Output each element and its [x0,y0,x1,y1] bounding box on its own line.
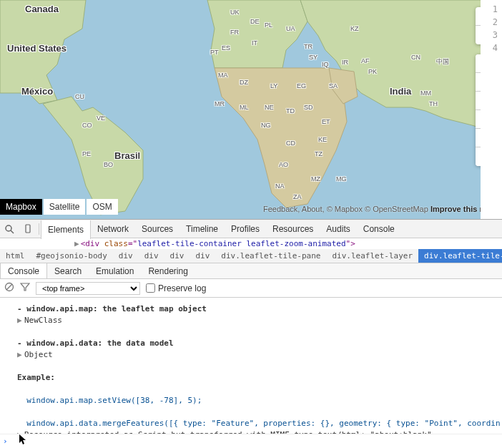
console-output[interactable]: - window.api.map: the leaflet map object… [0,298,502,434]
tab-console[interactable]: Console [357,220,401,238]
tab-audits[interactable]: Audits [320,220,356,238]
feedback-link[interactable]: Feedback [263,205,297,213]
tab-elements[interactable]: Elements [41,220,91,239]
tab-timeline[interactable]: Timeline [179,220,225,238]
crumb[interactable]: div [190,251,215,260]
crumb[interactable]: div [139,251,164,260]
preserve-log-label[interactable]: Preserve log [146,283,206,293]
crumb-selected[interactable]: div.leaflet-tile-container.leaflet-zoom-… [418,249,502,263]
tab-network[interactable]: Network [91,220,135,238]
crumb[interactable]: html [0,251,31,260]
tab-profiles[interactable]: Profiles [225,220,266,238]
elements-dom-line[interactable]: ▶ <div class="leaflet-tile-container lea… [0,238,502,249]
line-number: 1 [485,3,498,16]
line-number: 2 [485,16,498,29]
console-prompt[interactable]: › [0,434,502,448]
device-icon [23,224,33,234]
crumb[interactable]: div [164,251,190,260]
frame-select[interactable]: <top frame> [36,282,140,295]
editor-gutter: 1 2 3 4 [481,0,502,219]
map-attribution: Feedback, About, © Mapbox © OpenStreetMa… [263,205,496,213]
tab-sources[interactable]: Sources [135,220,179,238]
layer-satellite-button[interactable]: Satellite [44,199,86,215]
crumb[interactable]: #geojsonio-body [31,251,113,260]
layer-switcher: Mapbox Satellite OSM [0,199,119,215]
drawer-tab-emulation[interactable]: Emulation [89,263,141,278]
mapbox-copyright: © Mapbox [327,205,363,213]
drawer-tabbar: Console Search Emulation Rendering [0,263,502,279]
devtools-tabbar: Elements Network Sources Timeline Profil… [0,220,502,238]
preserve-log-checkbox[interactable] [146,283,155,293]
tab-resources[interactable]: Resources [266,220,320,238]
crumb[interactable]: div [113,251,139,260]
layer-mapbox-button[interactable]: Mapbox [0,199,42,215]
map-viewport[interactable]: Canada United States México Brasil India… [0,0,502,219]
filter-button[interactable] [20,282,30,294]
crumb[interactable]: div.leaflet-tile-pane [215,251,326,260]
clear-console-button[interactable] [4,282,14,294]
device-mode-button[interactable] [19,220,37,238]
layer-osm-button[interactable]: OSM [87,199,117,215]
chevron-right-icon: › [3,437,8,446]
line-number: 3 [485,29,498,42]
devtools-panel: Elements Network Sources Timeline Profil… [0,219,502,448]
svg-point-3 [6,225,11,231]
osm-copyright: © OpenStreetMap [365,205,428,213]
console-input[interactable] [12,437,502,446]
console-toolbar: <top frame> Preserve log [0,279,502,298]
separator [39,223,39,235]
drawer-tab-console[interactable]: Console [0,263,47,278]
cursor-icon [19,434,29,447]
filter-icon [20,282,30,292]
svg-rect-4 [26,225,30,233]
search-icon [4,224,14,234]
crumb[interactable]: div.leaflet-layer [326,251,418,260]
elements-breadcrumbs: html #geojsonio-body div div div div div… [0,249,502,263]
line-number: 4 [485,42,498,54]
clear-icon [4,282,14,292]
world-map-svg [0,0,483,219]
inspect-element-button[interactable] [0,220,19,238]
about-link[interactable]: About [302,205,323,213]
drawer-tab-search[interactable]: Search [47,263,89,278]
drawer-tab-rendering[interactable]: Rendering [141,263,195,278]
